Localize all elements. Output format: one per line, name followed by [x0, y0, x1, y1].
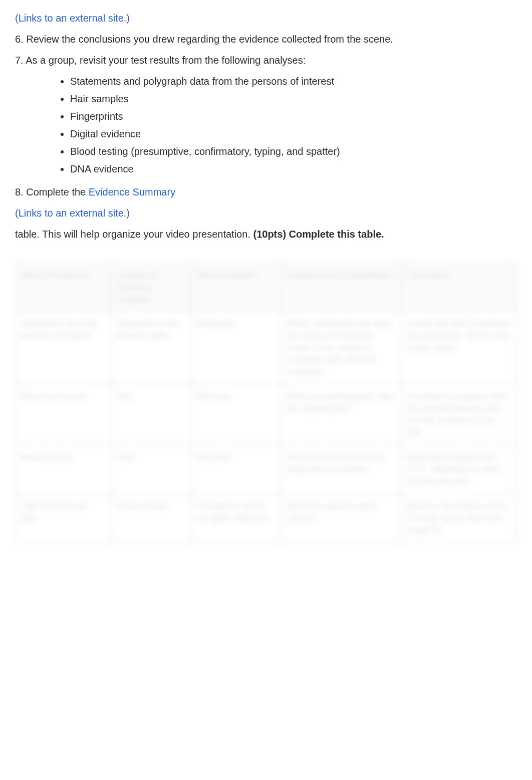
table-cell: Blood on the sink — [16, 384, 111, 445]
table-cell: Anna's mouth — [111, 494, 191, 542]
table-row: Statements from the persons of interest … — [16, 311, 516, 384]
table-cell: Was it Anna's blood? How large was the s… — [281, 445, 401, 494]
list-item: Statements and polygraph data from the p… — [70, 73, 517, 89]
list-item: Digital evidence — [70, 126, 517, 142]
table-instruction-bold: (10pts) Complete this table. — [253, 229, 384, 240]
table-instruction: table. This will help organize your vide… — [15, 226, 517, 242]
step-7: 7. As a group, revisit your test results… — [15, 52, 517, 68]
table-header-cell: Questions for Consideration — [281, 263, 401, 311]
table-cell: Which individuals may have the means of … — [281, 311, 401, 384]
external-link-note-1[interactable]: (Links to an external site.) — [15, 13, 130, 24]
table-instruction-prefix: table. This will help organize your vide… — [15, 229, 253, 240]
table-header-cell: Test Conducted — [191, 263, 281, 311]
table-row: Light from the car light Anna's mouth Co… — [16, 494, 516, 542]
evidence-table: Piece of Evidence Location of Evidence C… — [15, 262, 517, 543]
table-cell: All evidence suggests that she started b… — [401, 384, 516, 445]
table-cell: Blood had dripped from CTJL. Meaning she… — [401, 445, 516, 494]
table-cell: Light from the car light — [16, 494, 111, 542]
table-cell: APO test — [191, 445, 281, 494]
table-row: Blood on the sink Sink APO test What cau… — [16, 384, 516, 445]
table-header-row: Piece of Evidence Location of Evidence C… — [16, 263, 516, 311]
table-cell: Blood on lip portions of the TJL spg. Cr… — [401, 494, 516, 542]
table-cell: Polygraph — [191, 311, 281, 384]
table-cell: Were the persons with a vehicle? — [281, 494, 401, 542]
table-cell: Sink — [111, 384, 191, 445]
table-cell: Floor — [111, 445, 191, 494]
table-cell: Compare to all the car lights collected. — [191, 494, 281, 542]
table-cell: Blood on floor — [16, 445, 111, 494]
table-row: Blood on floor Floor APO test Was it Ann… — [16, 445, 516, 494]
table-header-cell: Location of Evidence Collected — [111, 263, 191, 311]
table-header-cell: Piece of Evidence — [16, 263, 111, 311]
table-cell: It looks like Alex Thompson was deceptiv… — [401, 311, 516, 384]
step-8-prefix: 8. Complete the — [15, 186, 89, 198]
list-item: Hair samples — [70, 91, 517, 107]
list-item: DNA evidence — [70, 161, 517, 177]
evidence-summary-link[interactable]: Evidence Summary — [89, 186, 175, 198]
list-item: Blood testing (presumptive, confirmatory… — [70, 143, 517, 159]
analyses-list: Statements and polygraph data from the p… — [15, 73, 517, 177]
table-cell: Statements from the persons of interest — [16, 311, 111, 384]
list-item: Fingerprints — [70, 108, 517, 124]
step-8: 8. Complete the Evidence Summary — [15, 184, 517, 200]
table-cell: APO test — [191, 384, 281, 445]
step-6: 6. Review the conclusions you drew regar… — [15, 31, 517, 47]
table-header-cell: Conclusion — [401, 263, 516, 311]
external-link-note-2[interactable]: (Links to an external site.) — [15, 208, 130, 219]
table-cell: Suspected in the persons' alibis — [111, 311, 191, 384]
table-cell: What caused bleeding? Was she injured pr… — [281, 384, 401, 445]
evidence-table-wrap: Piece of Evidence Location of Evidence C… — [15, 262, 517, 543]
